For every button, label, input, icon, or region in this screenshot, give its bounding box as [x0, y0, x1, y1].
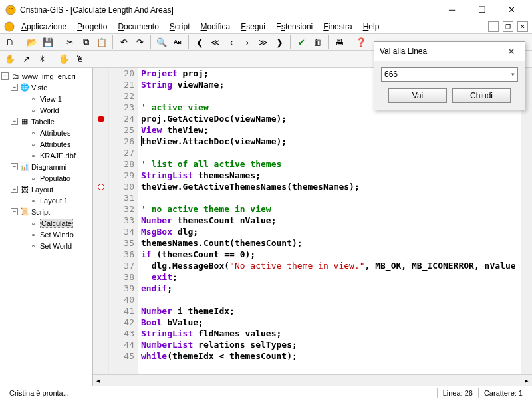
project-tree[interactable]: −🗂www_img_en.cri−🌐Viste▫View 1▫World−▦Ta…: [0, 68, 93, 386]
goto-line-dialog: Vai alla Linea ✕ 666 ▾ Vai Chiudi: [374, 41, 525, 110]
find-button[interactable]: 🔍: [154, 35, 169, 49]
code-line[interactable]: ' list of all active themes: [138, 158, 521, 170]
scroll-left-icon[interactable]: ◂: [93, 375, 104, 386]
mdi-minimize[interactable]: ─: [488, 21, 499, 32]
tree-group[interactable]: −🌐Viste: [1, 82, 91, 93]
code-line[interactable]: theView.GetActiveThemesNames(themesNames…: [138, 181, 521, 192]
app-menu-icon[interactable]: [4, 21, 15, 32]
nav-prev2-button[interactable]: ≪: [208, 35, 223, 49]
line-number-combo[interactable]: 666 ▾: [381, 67, 518, 82]
select-tool[interactable]: ↗: [19, 52, 33, 66]
menu-documento[interactable]: Documento: [114, 21, 162, 33]
marker-tool[interactable]: ✳: [35, 52, 49, 66]
paste-button[interactable]: 📋: [94, 35, 109, 49]
mdi-restore[interactable]: ❐: [503, 21, 513, 32]
code-line[interactable]: theView.AttachDoc(viewName);: [138, 136, 521, 147]
nav-prev-button[interactable]: ‹: [224, 35, 239, 49]
redo-button[interactable]: ↷: [132, 35, 147, 49]
code-line[interactable]: proj.GetActiveDoc(viewName);: [138, 113, 521, 124]
tree-item[interactable]: ▫Calculate: [1, 217, 91, 229]
copy-button[interactable]: ⧉: [78, 35, 93, 49]
dialog-titlebar[interactable]: Vai alla Linea ✕: [374, 42, 525, 61]
tree-item[interactable]: ▫Set World: [1, 240, 91, 251]
menu-script[interactable]: Script: [166, 21, 194, 33]
tree-item[interactable]: ▫Attributes: [1, 138, 91, 150]
nav-first-button[interactable]: ❮: [192, 35, 207, 49]
tree-group[interactable]: −📊Diagrammi: [1, 161, 91, 172]
code-line[interactable]: [138, 192, 521, 203]
tree-item[interactable]: ▫View 1: [1, 93, 91, 104]
tree-item[interactable]: ▫Layout 1: [1, 195, 91, 206]
menu-progetto[interactable]: Progetto: [73, 21, 111, 33]
help-button[interactable]: ❓: [354, 35, 368, 49]
print-button[interactable]: 🖶: [332, 35, 346, 49]
window-title: Cristina-GIS - [Calculate Length And Are…: [20, 5, 437, 15]
minimize-button[interactable]: ─: [437, 1, 467, 19]
run-button[interactable]: ✔: [294, 35, 309, 49]
code-line[interactable]: Bool bValue;: [138, 317, 521, 328]
open-button[interactable]: 📂: [25, 35, 39, 49]
pan-tool[interactable]: 🖐: [57, 52, 71, 66]
svg-point-3: [5, 22, 14, 31]
code-line[interactable]: StringList themesNames;: [138, 170, 521, 181]
code-line[interactable]: StringList fldNames values;: [138, 328, 521, 339]
tree-group[interactable]: −🖼Layout: [1, 184, 91, 195]
chevron-down-icon[interactable]: ▾: [511, 71, 515, 78]
stop-button[interactable]: 🗑: [310, 35, 325, 49]
code-area[interactable]: Project proj;String viewName;' active vi…: [138, 68, 521, 374]
tree-item[interactable]: ▫World: [1, 104, 91, 116]
scroll-right-icon[interactable]: ▸: [521, 375, 532, 386]
find-replace-button[interactable]: AB: [170, 35, 185, 49]
code-line[interactable]: MsgBox dlg;: [138, 226, 521, 237]
code-line[interactable]: ' no active theme in view: [138, 203, 521, 215]
code-line[interactable]: endif;: [138, 283, 521, 294]
line-number: 43: [109, 328, 134, 339]
code-line[interactable]: [138, 147, 521, 158]
close-button[interactable]: Chiudi: [452, 88, 511, 103]
close-button[interactable]: ✕: [497, 1, 527, 19]
code-line[interactable]: View theView;: [138, 124, 521, 136]
tree-item[interactable]: ▫Set Windo: [1, 229, 91, 240]
save-button[interactable]: 💾: [41, 35, 55, 49]
menu-finestra[interactable]: Finestra: [319, 21, 356, 33]
hand-tool[interactable]: ✋: [3, 52, 17, 66]
menu-help[interactable]: Help: [359, 21, 384, 33]
code-line[interactable]: Number themesCount nValue;: [138, 215, 521, 226]
code-line[interactable]: NumberList relations selTypes;: [138, 339, 521, 350]
nav-next-button[interactable]: ›: [240, 35, 255, 49]
tree-root[interactable]: −🗂www_img_en.cri: [1, 70, 91, 82]
cursor-tool[interactable]: 🖱: [72, 52, 87, 66]
code-line[interactable]: exit;: [138, 271, 521, 283]
tree-item[interactable]: ▫Populatio: [1, 172, 91, 184]
code-line[interactable]: themesNames.Count(themesCount);: [138, 237, 521, 249]
horizontal-scrollbar[interactable]: ◂ ▸: [93, 374, 532, 386]
go-button[interactable]: Vai: [388, 88, 447, 103]
nav-next2-button[interactable]: ≫: [256, 35, 271, 49]
code-line[interactable]: dlg.MessageBox("No active theme in view.…: [138, 260, 521, 271]
menu-applicazione[interactable]: Applicazione: [17, 21, 70, 33]
menu-modifica[interactable]: Modifica: [197, 21, 235, 33]
tree-item[interactable]: ▫Attributes: [1, 127, 91, 138]
menu-esegui[interactable]: Esegui: [237, 21, 269, 33]
svg-point-2: [11, 8, 13, 9]
maximize-button[interactable]: ☐: [467, 1, 497, 19]
titlebar: Cristina-GIS - [Calculate Length And Are…: [0, 0, 532, 20]
breakpoint-margin[interactable]: [93, 68, 109, 374]
menu-estensioni[interactable]: Estensioni: [272, 21, 317, 33]
tree-group[interactable]: −▦Tabelle: [1, 116, 91, 127]
undo-button[interactable]: ↶: [116, 35, 131, 49]
cut-button[interactable]: ✂: [63, 35, 77, 49]
nav-last-button[interactable]: ❯: [272, 35, 287, 49]
tree-item[interactable]: ▫KRAJE.dbf: [1, 150, 91, 161]
code-line[interactable]: Number i themeIdx;: [138, 305, 521, 317]
tree-group[interactable]: −📜Script: [1, 206, 91, 217]
code-line[interactable]: [138, 294, 521, 305]
breakpoint-icon[interactable]: [98, 184, 104, 190]
new-button[interactable]: 🗋: [3, 35, 17, 49]
code-line[interactable]: while(themeIdx < themesCount);: [138, 350, 521, 362]
code-line[interactable]: if (themesCount == 0);: [138, 249, 521, 260]
breakpoint-icon[interactable]: [98, 116, 104, 122]
dialog-close-icon[interactable]: ✕: [503, 46, 519, 57]
mdi-close[interactable]: ✕: [517, 21, 528, 32]
vertical-scrollbar[interactable]: [521, 68, 532, 374]
